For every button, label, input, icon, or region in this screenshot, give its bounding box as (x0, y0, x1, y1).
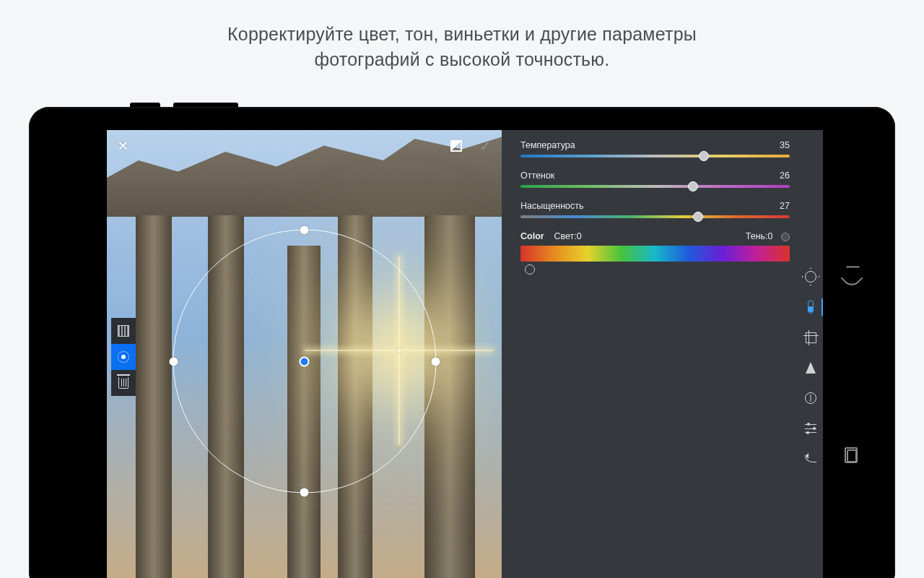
photo-illustration (424, 215, 475, 578)
back-softkey-icon[interactable] (840, 267, 863, 289)
radial-gradient-tool[interactable] (111, 344, 136, 370)
tint-thumb[interactable] (688, 181, 698, 191)
saturation-label: Насыщенность (520, 201, 584, 211)
undo-button[interactable] (801, 449, 820, 468)
color-label: Color (520, 231, 544, 241)
radial-mask-overlay[interactable] (173, 230, 436, 493)
app-screen: ✕ ✓ (107, 130, 823, 578)
crop-icon (806, 332, 816, 343)
photo-canvas[interactable]: ✕ ✓ (107, 130, 502, 578)
hue-thumb[interactable] (525, 264, 535, 275)
mask-handle-top[interactable] (300, 226, 309, 235)
tablet-frame: ✕ ✓ (29, 107, 895, 578)
tablet-volume-button (173, 103, 238, 107)
headline-line2: фотографий с высокой точностью. (315, 49, 610, 69)
triangle-icon (806, 362, 816, 374)
marketing-headline: Корректируйте цвет, тон, виньетки и друг… (0, 0, 924, 72)
confirm-icon[interactable]: ✓ (479, 137, 492, 155)
mask-toolbar (111, 318, 136, 396)
edit-category-strip (801, 267, 820, 468)
temperature-label: Температура (520, 140, 575, 150)
shadows-label: Тень: (746, 231, 768, 241)
saturation-thumb[interactable] (693, 212, 703, 222)
mask-handle-right[interactable] (431, 357, 440, 366)
tint-label: Оттенок (520, 171, 554, 181)
radial-icon (118, 351, 129, 363)
hue-picker[interactable] (520, 264, 790, 275)
sliders-icon (805, 424, 816, 433)
tint-value: 26 (780, 171, 790, 181)
detail-tab[interactable] (801, 358, 820, 377)
mask-handle-bottom[interactable] (300, 488, 309, 497)
undo-icon (805, 455, 816, 462)
recent-apps-softkey-icon[interactable] (847, 449, 857, 462)
sun-icon (805, 271, 816, 282)
android-softkeys (836, 118, 868, 578)
photo-illustration (136, 215, 172, 578)
highlights-label: Свет: (554, 231, 577, 241)
tint-slider-row: Оттенок 26 (520, 171, 790, 188)
split-tone-row: Color Свет:0 Тень:0 (520, 231, 790, 241)
tablet-power-button (130, 103, 160, 107)
tint-slider[interactable] (520, 185, 790, 188)
temperature-thumb[interactable] (699, 151, 709, 161)
presets-tab[interactable] (801, 419, 820, 438)
hue-spectrum[interactable] (520, 246, 790, 262)
temperature-slider-row: Температура 35 (520, 140, 790, 158)
linear-gradient-tool[interactable] (111, 318, 136, 344)
color-tab[interactable] (801, 298, 820, 316)
shadows-swatch[interactable] (781, 233, 790, 241)
temperature-slider[interactable] (520, 155, 790, 158)
saturation-value: 27 (780, 201, 790, 211)
close-icon[interactable]: ✕ (117, 137, 129, 155)
tablet-screen-bezel: ✕ ✓ (42, 118, 882, 578)
delete-mask-button[interactable] (111, 370, 136, 396)
saturation-slider[interactable] (520, 215, 790, 218)
photo-topbar: ✕ ✓ (107, 130, 502, 162)
mask-handle-left[interactable] (169, 357, 178, 366)
trash-icon (118, 377, 128, 389)
mask-center-handle[interactable] (300, 356, 310, 366)
optics-tab[interactable] (801, 389, 820, 407)
gradient-icon (118, 325, 129, 337)
highlights-value: 0 (577, 231, 582, 241)
saturation-slider-row: Насыщенность 27 (520, 201, 790, 218)
headline-line1: Корректируйте цвет, тон, виньетки и друг… (227, 24, 697, 44)
thermometer-icon (808, 301, 814, 314)
compare-icon[interactable] (450, 140, 462, 152)
shadows-value: 0 (768, 231, 773, 241)
light-tab[interactable] (801, 267, 820, 286)
edit-panel: Температура 35 Оттенок 26 (502, 130, 823, 578)
temperature-value: 35 (780, 140, 790, 150)
lens-icon (805, 392, 816, 404)
crop-tab[interactable] (801, 328, 820, 347)
